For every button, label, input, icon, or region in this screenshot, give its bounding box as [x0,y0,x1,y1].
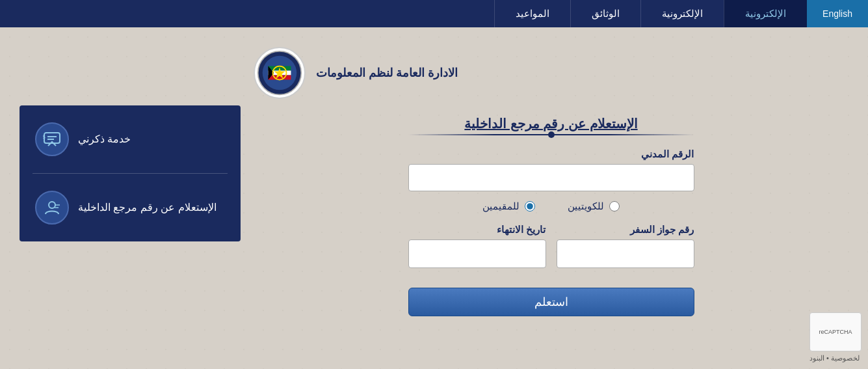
expiry-label: تاريخ الانتهاء [408,224,546,236]
civil-id-label: الرقم المدني [408,148,694,160]
nav-item-electronic1[interactable]: الإلكترونية [640,0,724,27]
recaptcha-box: reCAPTCHA [809,312,861,351]
svg-point-12 [49,202,55,208]
english-button[interactable]: English [807,0,868,27]
passport-label: رقم جواز السفر [557,224,694,236]
nav-item-appointments[interactable]: المواعيد [494,0,570,27]
radio-resident-label[interactable]: للمقيمين [482,200,535,212]
sidebar-panel: خدمة ذكرني SMS الإستعلام عن رقم مرجع الد… [20,105,241,241]
inquiry-icon [35,191,69,225]
passport-col: رقم جواز السفر [557,224,694,277]
recaptcha-text: reCAPTCHA [819,329,852,335]
submit-button[interactable]: استعلم [408,288,694,316]
civil-id-input[interactable] [408,164,694,191]
bottom-right-corner: reCAPTCHA لخصوصية • البنود [809,312,861,362]
privacy-link[interactable]: لخصوصية • البنود [809,354,860,362]
radio-kuwait-label[interactable]: للكويتيين [568,200,620,212]
radio-kuwait-text: للكويتيين [568,200,604,212]
sidebar-divider [33,173,228,174]
form-title: الإستعلام عن رقم مرجع الداخلية [408,116,694,131]
form-card: الإستعلام عن رقم مرجع الداخلية الرقم الم… [395,109,707,329]
form-title-underline [408,134,694,135]
org-logo [254,47,306,99]
radio-kuwait[interactable] [609,201,620,212]
sidebar-inquiry-text: الإستعلام عن رقم مرجع الداخلية [78,200,217,215]
navigation-bar: English المواعيد الوثائق الإلكترونية الإ… [0,0,868,27]
expiry-col: تاريخ الانتهاء [408,224,546,277]
org-header: الادارة العامة لنظم المعلومات [254,47,848,99]
radio-resident-text: للمقيمين [482,200,519,212]
sms-icon: SMS [35,122,69,156]
svg-rect-4 [269,75,291,80]
sidebar-inquiry-item[interactable]: الإستعلام عن رقم مرجع الداخلية [26,180,234,235]
form-title-dot [548,131,555,138]
form-panel: الادارة العامة لنظم المعلومات [254,40,848,356]
radio-resident[interactable] [525,201,535,212]
nav-item-documents[interactable]: الوثائق [570,0,640,27]
radio-row: للكويتيين للمقيمين [408,200,694,212]
svg-text:SMS: SMS [43,135,46,139]
passport-input[interactable] [557,239,694,268]
main-area: الادارة العامة لنظم المعلومات [0,27,868,369]
sidebar-sms-text: خدمة ذكرني [78,132,131,146]
nav-item-electronic2[interactable]: الإلكترونية [724,0,807,27]
expiry-input[interactable] [408,239,546,268]
sidebar-sms-item[interactable]: خدمة ذكرني SMS [26,112,234,167]
org-name: الادارة العامة لنظم المعلومات [316,66,458,80]
two-col-fields: رقم جواز السفر تاريخ الانتهاء [408,224,694,277]
